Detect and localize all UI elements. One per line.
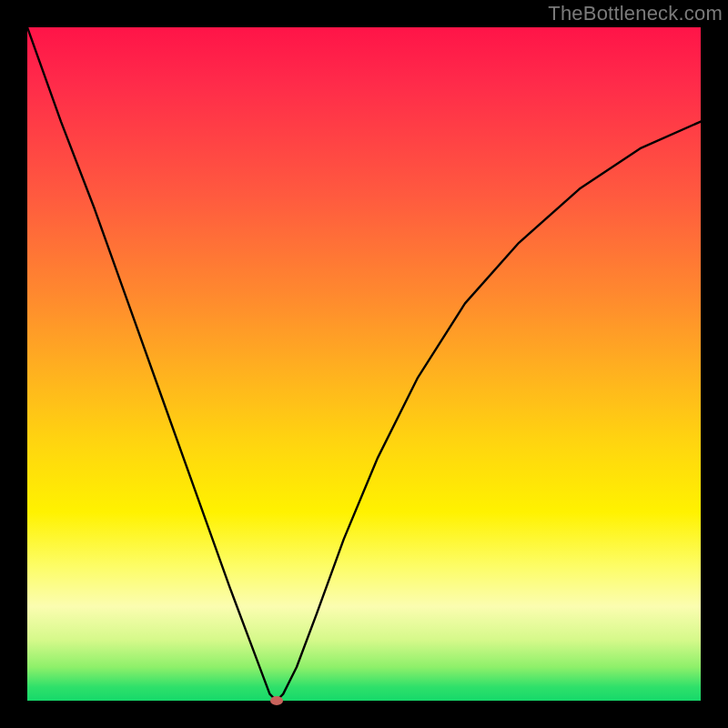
curve-path xyxy=(27,27,701,701)
bottleneck-curve xyxy=(27,27,701,701)
plot-area xyxy=(27,27,701,701)
optimal-point-marker xyxy=(270,696,283,705)
chart-frame: TheBottleneck.com xyxy=(0,0,728,728)
watermark-text: TheBottleneck.com xyxy=(548,2,723,25)
